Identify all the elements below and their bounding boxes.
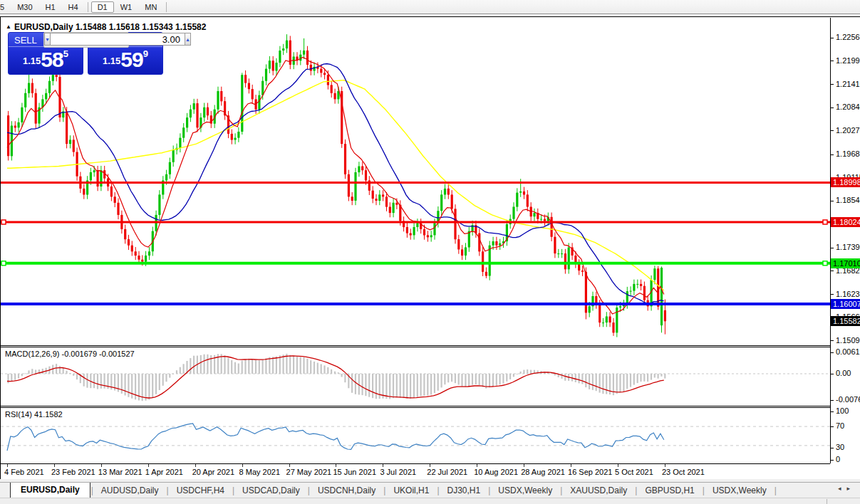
rsi-canvas [1, 408, 830, 463]
chart-tab-usdchf-h4[interactable]: USDCHF,H4 [170, 483, 232, 498]
chart-tab-usdx-weekly[interactable]: USDX,Weekly [705, 483, 774, 498]
rsi-axis-tick [831, 411, 834, 412]
price-badge: 1.17010 [831, 258, 860, 268]
date-label: 28 Aug 2021 [521, 468, 565, 476]
date-label: 3 Jul 2021 [380, 468, 416, 476]
tab-scroll-arrows: ◂▸ [838, 485, 856, 492]
price-axis-tick [831, 38, 834, 38]
chart-tab-bar: EURUSD,Daily|AUDUSD,Daily|USDCHF,H4|USDC… [0, 482, 860, 498]
rsi-axis-label: 0 [836, 455, 840, 463]
chevron-down-icon: ▼ [45, 37, 50, 42]
timeframe-button-d1[interactable]: D1 [91, 1, 114, 13]
chevron-up-icon: ▲ [185, 37, 190, 42]
macd-axis-label: -0.007621 [836, 395, 860, 404]
chart-tab-ukoil-h1[interactable]: UKOil,H1 [386, 483, 436, 498]
price-axis-tick [831, 61, 834, 61]
timeframe-button-w1[interactable]: W1 [114, 1, 139, 13]
macd-axis-tick [831, 374, 834, 374]
macd-histogram [7, 354, 665, 401]
price-axis-tick [831, 107, 834, 108]
date-tick [101, 464, 102, 467]
chart-title: ▲EURUSD,Daily 1.15488 1.15618 1.15343 1.… [6, 22, 206, 32]
price-axis-label: 1.20270 [836, 126, 860, 135]
toolbar-separator [166, 2, 167, 12]
rsi-axis-label: 30 [836, 443, 844, 451]
date-tick [383, 464, 383, 467]
date-label: 5 Oct 2021 [615, 468, 653, 476]
timeframe-button-m30[interactable]: M30 [11, 1, 38, 13]
chart-tab-eurusd-daily[interactable]: EURUSD,Daily [10, 482, 90, 498]
bottom-chrome: EURUSD,Daily|AUDUSD,Daily|USDCHF,H4|USDC… [0, 479, 860, 504]
date-label: 23 Feb 2021 [51, 468, 95, 476]
price-axis[interactable]: 1.225651.219951.214101.208401.202701.196… [830, 18, 860, 463]
price-axis-tick [831, 201, 834, 201]
price-badge: 1.18024 [831, 217, 860, 227]
date-label: 10 Aug 2021 [474, 468, 518, 476]
price-axis-label: 1.18545 [836, 196, 860, 204]
main-chart-pane[interactable]: ▲EURUSD,Daily 1.15488 1.15618 1.15343 1.… [1, 18, 830, 345]
tab-scroll-right-icon[interactable]: ▸ [846, 485, 856, 492]
volume-dropdown-button[interactable]: ▼ [44, 33, 51, 46]
timeframe-button-h4[interactable]: H4 [62, 1, 85, 13]
collapse-arrow-icon[interactable]: ▲ [6, 23, 11, 30]
timeframe-button-h1[interactable]: H1 [39, 1, 62, 13]
date-tick [148, 464, 149, 467]
volume-input[interactable] [51, 33, 185, 46]
price-axis-label: 1.21995 [836, 56, 860, 65]
rsi-axis-label: 70 [836, 421, 844, 430]
price-axis-label: 1.22565 [836, 33, 860, 41]
status-bar [0, 498, 860, 504]
macd-axis-label: 0.00 [836, 369, 851, 377]
chart-tab-xauusd-daily[interactable]: XAUUSD,Daily [563, 483, 634, 498]
date-tick [477, 464, 477, 467]
chart-tab-dj30-h1[interactable]: DJ30,H1 [440, 483, 488, 498]
price-axis-label: 1.19685 [836, 149, 860, 158]
date-label: 16 Sep 2021 [568, 468, 612, 476]
price-axis-label: 1.16235 [836, 290, 860, 298]
date-label: 8 May 2021 [239, 468, 280, 476]
timeframe-toolbar: 5M30H1H4D1W1MN [0, 0, 860, 14]
tab-scroll-left-icon[interactable]: ◂ [838, 485, 847, 492]
price-axis-label: 1.17390 [836, 243, 860, 251]
timeframe-button-mn[interactable]: MN [138, 1, 163, 13]
date-tick [242, 464, 243, 467]
macd-axis-label: 0.006193 [836, 347, 860, 356]
macd-pane[interactable]: MACD(12,26,9) -0.001679 -0.001527 [1, 347, 830, 406]
price-axis-tick [831, 248, 834, 248]
candlesticks [7, 34, 666, 337]
date-tick [336, 464, 336, 467]
price-axis-label: 1.20840 [836, 103, 860, 111]
date-label: 23 Oct 2021 [662, 468, 705, 476]
date-label: 20 Apr 2021 [192, 468, 234, 476]
buy-price: 1.15599 [88, 48, 162, 72]
date-axis[interactable]: 4 Feb 202123 Feb 202113 Mar 20211 Apr 20… [1, 464, 830, 480]
date-label: 1 Apr 2021 [145, 468, 183, 476]
price-axis-label: 1.15095 [836, 336, 860, 345]
chart-tab-usdcnh-daily[interactable]: USDCNH,Daily [311, 483, 383, 498]
date-tick [665, 464, 665, 467]
price-badge: 1.16007 [831, 299, 860, 309]
date-tick [524, 464, 524, 467]
chart-tab-gbpusd-h1[interactable]: GBPUSD,H1 [638, 483, 701, 498]
volume-spinner: ▼ ▲ [43, 32, 129, 48]
price-axis-tick [831, 271, 834, 271]
date-label: 13 Mar 2021 [98, 468, 143, 476]
macd-label: MACD(12,26,9) -0.001679 -0.001527 [5, 350, 135, 358]
one-click-trade-panel: SELL 1.15585 BUY 1.15599 ▼ ▲ [8, 32, 163, 75]
chart-tab-audusd-daily[interactable]: AUDUSD,Daily [94, 483, 166, 498]
chart-tab-usdcad-daily[interactable]: USDCAD,Daily [235, 483, 307, 498]
timeframe-button-5[interactable]: 5 [0, 1, 11, 13]
macd-axis-tick [831, 400, 834, 401]
macd-axis-tick [831, 352, 834, 353]
chart-window: ▲EURUSD,Daily 1.15488 1.15618 1.15343 1.… [0, 16, 860, 479]
rsi-axis-tick [831, 426, 834, 427]
volume-increase-button[interactable]: ▲ [185, 33, 191, 46]
date-tick [54, 464, 55, 467]
rsi-pane[interactable]: RSI(14) 41.1582 [1, 408, 830, 463]
date-tick [289, 464, 290, 467]
chart-title-text: EURUSD,Daily 1.15488 1.15618 1.15343 1.1… [14, 22, 207, 32]
chart-tab-usdx-weekly[interactable]: USDX,Weekly [491, 483, 559, 498]
date-label: 27 May 2021 [286, 468, 332, 476]
price-axis-label: 1.21410 [836, 80, 860, 88]
rsi-axis-tick [831, 448, 834, 448]
